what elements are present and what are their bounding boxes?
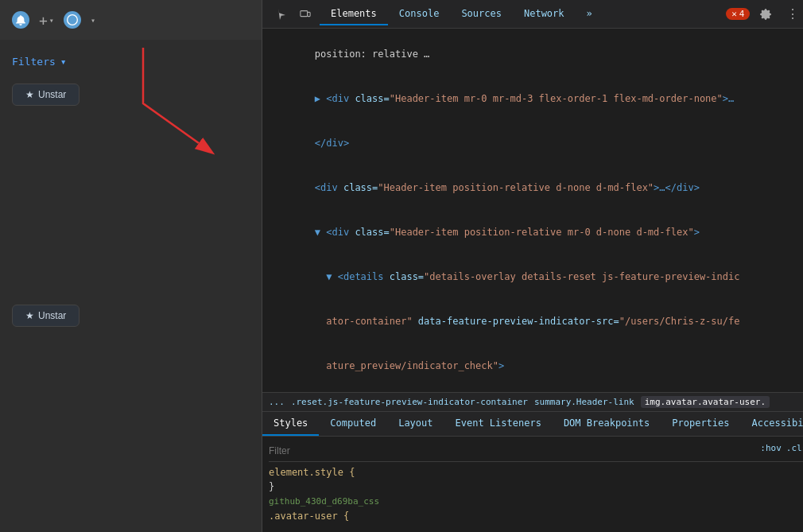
html-line[interactable]: ▶ <div class="Header-item mr-0 mr-md-3 f…	[262, 76, 803, 121]
plus-dropdown-button[interactable]: +▾	[39, 12, 54, 29]
tab-computed[interactable]: Computed	[319, 412, 387, 436]
unstar-label-1: Unstar	[38, 89, 66, 100]
breadcrumb-bar: ... .reset.js-feature-preview-indicator-…	[262, 392, 803, 412]
element-style-rule: element.style {	[269, 465, 803, 480]
toolbar-right: ✕ 4 ⋮ ✕	[726, 3, 803, 25]
devtools-main-tabs: Elements Console Sources Network »	[320, 3, 603, 25]
element-style-close: }	[269, 480, 803, 494]
filters-row[interactable]: Filters ▾	[12, 56, 250, 68]
html-line[interactable]: </div>	[262, 121, 803, 165]
tab-sources[interactable]: Sources	[450, 3, 513, 25]
tab-styles[interactable]: Styles	[262, 412, 319, 436]
bell-icon[interactable]	[12, 11, 29, 29]
html-line[interactable]: ▼ <details class="details-overlay detail…	[262, 254, 803, 299]
hov-button[interactable]: :hov	[760, 443, 782, 458]
html-line[interactable]: ature_preview/indicator_check">	[262, 344, 803, 388]
breadcrumb-item-summary[interactable]: summary.Header-link	[534, 397, 634, 407]
globe-icon[interactable]	[64, 11, 81, 29]
globe-chevron[interactable]: ▾	[91, 16, 95, 25]
device-toggle-button[interactable]	[294, 3, 316, 25]
html-line[interactable]: <div class="Header-item position-relativ…	[262, 165, 803, 210]
left-panel-toolbar: +▾ ▾	[0, 0, 262, 40]
close-icon-small: ✕	[731, 9, 737, 19]
star-icon-2: ★	[25, 310, 34, 321]
styles-panel: :hov .cls + ⇱ element.style { } github_4…	[262, 437, 803, 532]
left-content: Filters ▾ ★ Unstar ★ Unstar	[0, 40, 262, 343]
filters-label: Filters	[12, 56, 56, 68]
html-line[interactable]: ator-container" data-feature-preview-ind…	[262, 299, 803, 344]
unstar-button-1[interactable]: ★ Unstar	[12, 83, 80, 106]
devtools-panel: Elements Console Sources Network » ✕ 4	[262, 0, 803, 532]
tab-console[interactable]: Console	[388, 3, 451, 25]
breadcrumb-item-ellipsis[interactable]: ...	[269, 397, 285, 407]
html-line[interactable]: position: relative …	[262, 32, 803, 76]
styles-filter-input[interactable]	[269, 445, 760, 456]
kebab-menu-button[interactable]: ⋮	[782, 3, 803, 25]
error-count: 4	[739, 9, 745, 19]
tab-properties[interactable]: Properties	[661, 412, 740, 436]
tab-network[interactable]: Network	[513, 3, 576, 25]
unstar-button-2[interactable]: ★ Unstar	[12, 305, 80, 327]
tab-elements[interactable]: Elements	[320, 3, 388, 25]
cls-button[interactable]: .cls	[786, 443, 803, 458]
avatar-user-selector: github_430d_d69ba_css	[269, 495, 379, 507]
breadcrumb-item-img[interactable]: img.avatar.avatar-user.	[641, 396, 770, 408]
tab-dom-breakpoints[interactable]: DOM Breakpoints	[553, 412, 661, 436]
styles-filter-row: :hov .cls + ⇱	[269, 440, 803, 462]
styles-filter-buttons: :hov .cls + ⇱	[760, 443, 803, 458]
error-badge[interactable]: ✕ 4	[726, 8, 750, 20]
devtools-toolbar: Elements Console Sources Network » ✕ 4	[262, 0, 803, 29]
left-panel: +▾ ▾ Filters ▾ ★ Unstar ★ Unstar	[0, 0, 262, 532]
svg-rect-1	[301, 10, 308, 16]
bottom-tabs: Styles Computed Layout Event Listeners D…	[262, 412, 803, 437]
svg-rect-2	[308, 12, 311, 16]
tab-accessibility[interactable]: Accessibility	[741, 412, 803, 436]
star-icon-1: ★	[25, 89, 34, 100]
html-content[interactable]: position: relative … ▶ <div class="Heade…	[262, 29, 803, 392]
avatar-user-rule-selector: .avatar-user {	[269, 509, 803, 523]
element-style-selector: element.style {	[269, 467, 355, 478]
settings-button[interactable]	[755, 3, 777, 25]
avatar-user-rule: github_430d_d69ba_css	[269, 494, 803, 509]
breadcrumb-item-container[interactable]: .reset.js-feature-preview-indicator-cont…	[291, 397, 528, 407]
filters-chevron: ▾	[60, 56, 67, 68]
unstar-label-2: Unstar	[38, 310, 66, 321]
tab-more[interactable]: »	[576, 3, 603, 25]
html-line[interactable]: ▼ <div class="Header-item position-relat…	[262, 210, 803, 254]
select-element-button[interactable]	[269, 3, 291, 25]
tab-layout[interactable]: Layout	[387, 412, 444, 436]
tab-event-listeners[interactable]: Event Listeners	[444, 412, 553, 436]
